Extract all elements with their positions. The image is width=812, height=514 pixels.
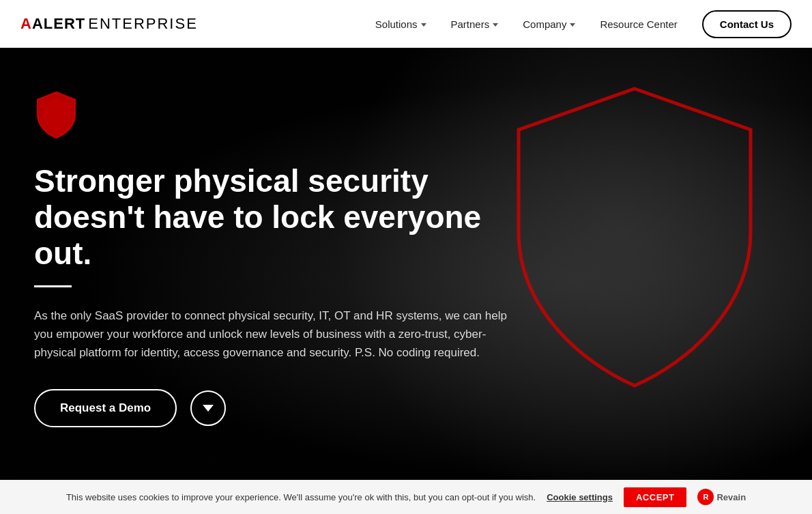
solutions-chevron-icon — [421, 23, 426, 27]
hero-divider — [34, 285, 72, 287]
company-chevron-icon — [570, 23, 575, 27]
request-demo-button[interactable]: Request a Demo — [34, 389, 177, 427]
nav-links: Solutions Partners Company Resource Cent… — [375, 10, 792, 38]
contact-us-button[interactable]: Contact Us — [702, 10, 792, 38]
hero-title: Stronger physical security doesn't have … — [34, 163, 498, 272]
revain-label: Revain — [716, 492, 746, 502]
arrow-down-icon — [203, 405, 214, 412]
nav-resource-center[interactable]: Resource Center — [600, 18, 677, 30]
revain-icon: R — [697, 489, 714, 505]
hero-content: Stronger physical security doesn't have … — [0, 48, 519, 427]
navbar: AAlert Enterprise Solutions Partners Com… — [0, 0, 812, 48]
scroll-down-button[interactable] — [190, 390, 226, 426]
nav-partners[interactable]: Partners — [451, 18, 499, 30]
cookie-banner: This website uses cookies to improve you… — [0, 480, 812, 514]
logo-alert-highlight: A — [20, 15, 32, 32]
shield-large-icon — [498, 75, 771, 396]
revain-logo: R Revain — [697, 489, 746, 505]
nav-company[interactable]: Company — [523, 18, 575, 30]
hero-body-text: As the only SaaS provider to connect phy… — [34, 306, 512, 362]
cookie-accept-button[interactable]: ACCEPT — [624, 487, 686, 507]
partners-chevron-icon — [493, 23, 498, 27]
logo-alert-text: AAlert — [20, 15, 85, 33]
shield-small-icon — [34, 89, 78, 140]
logo: AAlert Enterprise — [20, 15, 198, 33]
cookie-text: This website uses cookies to improve you… — [66, 492, 536, 502]
nav-solutions[interactable]: Solutions — [375, 18, 426, 30]
hero-section: Stronger physical security doesn't have … — [0, 48, 812, 514]
logo-enterprise-text: Enterprise — [88, 15, 198, 33]
cookie-settings-button[interactable]: Cookie settings — [547, 492, 613, 502]
hero-buttons: Request a Demo — [34, 389, 519, 427]
